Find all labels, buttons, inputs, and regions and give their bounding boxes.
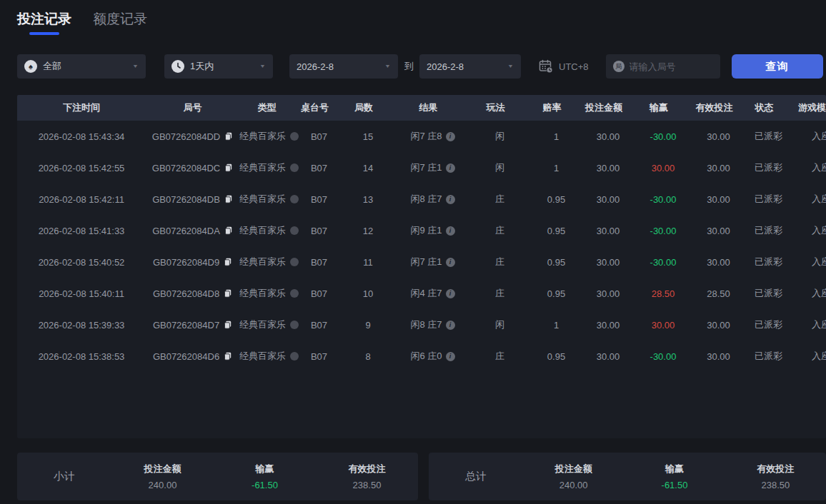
timezone-indicator[interactable]: UTC+8 bbox=[538, 59, 589, 74]
result-text: 闲7 庄1 bbox=[410, 256, 442, 268]
cell-result: 闲7 庄1 i bbox=[397, 161, 469, 174]
copy-icon[interactable] bbox=[224, 289, 232, 298]
copy-icon[interactable] bbox=[224, 195, 233, 203]
bet-records-table: 下注时间 局号 类型 桌台号 局数 结果 玩法 赔率 投注金额 输赢 有效投注 … bbox=[17, 95, 826, 438]
cell-result: 闲6 庄0 i bbox=[397, 350, 469, 363]
cell-odds: 0.95 bbox=[531, 194, 582, 205]
cell-odds: 0.95 bbox=[531, 351, 582, 362]
type-text: 经典百家乐 bbox=[239, 224, 286, 237]
cell-table-no: B07 bbox=[299, 226, 339, 236]
cell-game-mode: 入座 bbox=[792, 287, 826, 300]
cell-valid-bet: 30.00 bbox=[692, 194, 745, 205]
cell-rounds: 8 bbox=[339, 351, 397, 362]
date-from-dropdown[interactable]: 2026-2-8 ▼ bbox=[289, 54, 398, 79]
cell-odds: 1 bbox=[531, 163, 582, 173]
copy-icon[interactable] bbox=[224, 132, 233, 141]
cell-rounds: 11 bbox=[339, 257, 397, 268]
cell-table-no: B07 bbox=[299, 351, 339, 362]
winloss-value: -30.00 bbox=[650, 257, 677, 268]
cell-amount: 30.00 bbox=[582, 288, 635, 299]
type-text: 经典百家乐 bbox=[239, 193, 286, 206]
info-icon[interactable]: i bbox=[446, 258, 455, 267]
game-type-dropdown[interactable]: ♠ 全部 ▼ bbox=[17, 54, 146, 79]
to-label: 到 bbox=[404, 60, 414, 73]
round-id-text: GB07262084DC bbox=[152, 163, 220, 173]
cell-game-mode: 入座 bbox=[792, 193, 826, 206]
header-odds: 赔率 bbox=[527, 101, 577, 114]
copy-icon[interactable] bbox=[224, 321, 232, 329]
cell-game-mode: 入座 bbox=[792, 224, 826, 237]
copy-icon[interactable] bbox=[224, 163, 233, 172]
cell-play: 庄 bbox=[469, 287, 531, 300]
summary-section: 小计 投注金额 240.00 输赢 -61.50 有效投注 238.50 总计 … bbox=[17, 453, 826, 500]
cell-game-mode: 入座 bbox=[792, 130, 826, 143]
result-text: 闲4 庄7 bbox=[410, 287, 442, 300]
cell-bet-time: 2026-02-08 15:39:33 bbox=[17, 320, 146, 331]
cell-status: 已派彩 bbox=[745, 130, 792, 143]
round-id-text: GB07262084D6 bbox=[153, 351, 219, 362]
result-text: 闲9 庄1 bbox=[410, 224, 442, 237]
type-text: 经典百家乐 bbox=[239, 256, 286, 268]
cell-table-no: B07 bbox=[299, 194, 339, 205]
header-valid-bet: 有效投注 bbox=[687, 101, 741, 114]
header-winloss: 输赢 bbox=[630, 101, 687, 114]
winloss-value: 28.50 bbox=[652, 288, 675, 299]
table-row: 2026-02-08 15:42:55 GB07262084DC 经典百家乐 B… bbox=[17, 152, 826, 183]
cell-status: 已派彩 bbox=[745, 224, 792, 237]
cell-amount: 30.00 bbox=[582, 194, 635, 205]
round-number-input[interactable] bbox=[630, 61, 713, 72]
table-body: 2026-02-08 15:43:34 GB07262084DD 经典百家乐 B… bbox=[17, 121, 826, 372]
cell-type: 经典百家乐 bbox=[239, 287, 299, 300]
result-text: 闲8 庄7 bbox=[410, 193, 442, 206]
tab-quota-records[interactable]: 额度记录 bbox=[93, 10, 147, 35]
time-range-dropdown[interactable]: 1天内 ▼ bbox=[164, 54, 273, 79]
cell-valid-bet: 28.50 bbox=[692, 288, 745, 299]
game-logo-icon bbox=[290, 321, 299, 329]
game-logo-icon bbox=[290, 163, 299, 172]
cell-round-id: GB07262084DC bbox=[146, 163, 239, 173]
chevron-down-icon: ▼ bbox=[384, 64, 391, 69]
round-id-text: GB07262084D9 bbox=[153, 257, 219, 268]
winloss-value: -30.00 bbox=[650, 351, 677, 362]
cell-rounds: 9 bbox=[339, 320, 397, 331]
info-icon[interactable]: i bbox=[446, 195, 455, 204]
cell-status: 已派彩 bbox=[745, 350, 792, 363]
cell-play: 庄 bbox=[469, 256, 531, 268]
cell-table-no: B07 bbox=[299, 131, 339, 142]
total-winloss: 输赢 -61.50 bbox=[624, 463, 725, 490]
cell-winloss: -30.00 bbox=[635, 226, 692, 236]
date-to-dropdown[interactable]: 2026-2-8 ▼ bbox=[419, 54, 521, 79]
cell-valid-bet: 30.00 bbox=[692, 320, 745, 331]
info-icon[interactable]: i bbox=[446, 132, 455, 141]
tab-bet-records[interactable]: 投注记录 bbox=[17, 10, 71, 35]
copy-icon[interactable] bbox=[224, 352, 232, 361]
info-icon[interactable]: i bbox=[446, 352, 455, 361]
winloss-value: -30.00 bbox=[650, 194, 677, 205]
chevron-down-icon: ▼ bbox=[507, 64, 514, 69]
cell-round-id: GB07262084DD bbox=[146, 131, 239, 142]
cell-result: 闲4 庄7 i bbox=[397, 287, 469, 300]
cell-play: 庄 bbox=[469, 224, 531, 237]
round-id-text: GB07262084DD bbox=[152, 131, 220, 142]
round-id-text: GB07262084D7 bbox=[153, 320, 219, 331]
result-text: 闲7 庄1 bbox=[410, 161, 442, 174]
game-logo-icon bbox=[290, 352, 299, 361]
chevron-down-icon: ▼ bbox=[132, 64, 139, 69]
round-id-text: GB07262084D8 bbox=[153, 288, 219, 299]
copy-icon[interactable] bbox=[224, 258, 232, 266]
info-icon[interactable]: i bbox=[446, 289, 455, 298]
cell-winloss: -30.00 bbox=[635, 257, 692, 268]
subtotal-winloss: 输赢 -61.50 bbox=[214, 463, 316, 490]
time-range-value: 1天内 bbox=[190, 60, 255, 73]
info-icon[interactable]: i bbox=[446, 163, 455, 173]
table-row: 2026-02-08 15:41:33 GB07262084DA 经典百家乐 B… bbox=[17, 215, 826, 246]
copy-icon[interactable] bbox=[224, 226, 233, 235]
info-icon[interactable]: i bbox=[446, 321, 455, 330]
cell-round-id: GB07262084D9 bbox=[146, 257, 239, 268]
query-button[interactable]: 查询 bbox=[732, 54, 823, 79]
cell-odds: 0.95 bbox=[531, 226, 582, 236]
cell-winloss: -30.00 bbox=[635, 131, 692, 142]
info-icon[interactable]: i bbox=[446, 226, 455, 236]
game-logo-icon bbox=[290, 195, 299, 203]
cell-amount: 30.00 bbox=[582, 320, 635, 331]
